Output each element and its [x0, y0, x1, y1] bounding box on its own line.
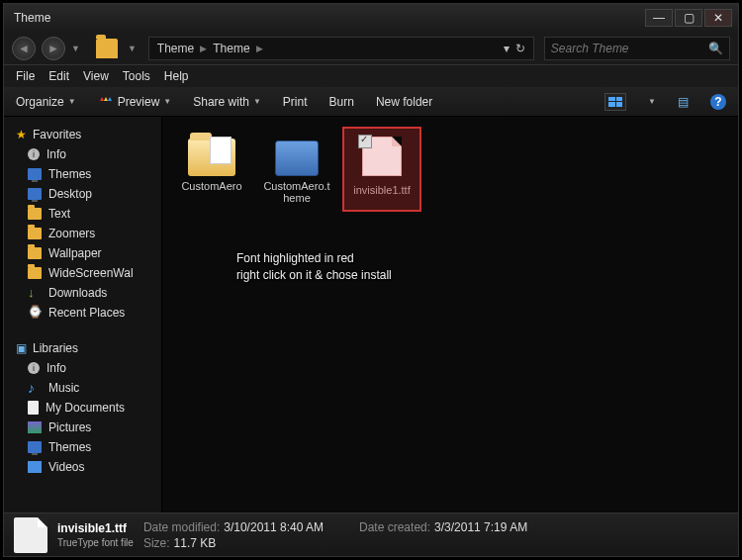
window-title: Theme	[14, 11, 50, 25]
favorites-header[interactable]: ★ Favorites	[4, 125, 161, 144]
burn-button[interactable]: Burn	[329, 95, 354, 109]
sidebar-item-pictures[interactable]: Pictures	[4, 418, 161, 437]
window-controls: — ▢ ✕	[645, 9, 732, 27]
file-list[interactable]: CustomAero CustomAero.theme invisible1.t…	[162, 117, 738, 513]
search-icon[interactable]: 🔍	[708, 42, 723, 55]
refresh-icon[interactable]: ↻	[515, 42, 525, 55]
info-icon: i	[28, 148, 40, 160]
modified-value: 3/10/2011 8:40 AM	[224, 520, 324, 534]
navigation-pane: ★ Favorites iInfo Themes Desktop Text Zo…	[4, 117, 162, 513]
libraries-icon: ▣	[16, 341, 27, 355]
menu-file[interactable]: File	[16, 69, 35, 83]
created-value: 3/3/2011 7:19 AM	[434, 520, 527, 534]
folder-icon	[28, 228, 42, 239]
sidebar-item-zoomers[interactable]: Zoomers	[4, 224, 161, 243]
file-item-folder[interactable]: CustomAero	[174, 129, 249, 210]
menu-bar: File Edit View Tools Help	[4, 65, 738, 87]
music-icon: ♪	[28, 382, 42, 394]
back-button[interactable]: ◄	[12, 37, 36, 60]
close-button[interactable]: ✕	[704, 9, 732, 27]
print-button[interactable]: Print	[283, 95, 308, 109]
sidebar-item-lib-info[interactable]: iInfo	[4, 358, 161, 378]
breadcrumb[interactable]: Theme ▶ Theme ▶ ▾ ↻	[148, 37, 534, 60]
sidebar-item-desktop[interactable]: Desktop	[4, 184, 161, 204]
preview-icon	[98, 96, 114, 108]
folder-icon	[28, 267, 42, 279]
chevron-right-icon[interactable]: ▶	[200, 44, 207, 53]
share-button[interactable]: Share with▼	[193, 95, 261, 109]
folder-icon[interactable]	[96, 39, 118, 58]
search-box[interactable]: 🔍	[544, 37, 730, 60]
pictures-icon	[28, 421, 42, 433]
newfolder-button[interactable]: New folder	[376, 95, 432, 109]
folder-icon	[28, 208, 42, 220]
desktop-icon	[28, 188, 42, 200]
preview-button[interactable]: Preview▼	[98, 95, 172, 109]
menu-view[interactable]: View	[83, 69, 109, 83]
view-options-button[interactable]	[604, 93, 626, 111]
chevron-right-icon[interactable]: ▶	[256, 44, 263, 53]
breadcrumb-item[interactable]: Theme	[213, 42, 249, 55]
breadcrumb-item[interactable]: Theme	[157, 42, 194, 55]
explorer-window: Theme — ▢ ✕ ◄ ► ▼ ▼ Theme ▶ Theme ▶ ▾ ↻ …	[3, 3, 739, 557]
details-filename: invisible1.ttf	[57, 521, 134, 535]
root-dropdown-icon[interactable]: ▼	[128, 44, 137, 53]
sidebar-item-widescreen[interactable]: WideScreenWal	[4, 263, 161, 283]
breadcrumb-dropdown-icon[interactable]: ▾	[504, 42, 510, 55]
minimize-button[interactable]: —	[645, 9, 673, 27]
folder-icon	[28, 247, 42, 259]
sidebar-item-videos[interactable]: Videos	[4, 457, 161, 477]
videos-icon	[28, 461, 42, 473]
size-label: Size:	[143, 536, 170, 550]
file-item-ttf[interactable]: invisible1.ttf	[344, 129, 419, 210]
sidebar-item-recent[interactable]: Recent Places	[4, 303, 161, 323]
search-input[interactable]	[551, 42, 708, 55]
modified-label: Date modified:	[143, 520, 220, 534]
check-icon	[358, 135, 372, 148]
titlebar[interactable]: Theme — ▢ ✕	[4, 4, 738, 32]
sidebar-item-lib-themes[interactable]: Themes	[4, 437, 161, 457]
details-filetype: TrueType font file	[57, 537, 134, 548]
themes-icon	[28, 168, 42, 180]
info-icon: i	[28, 362, 40, 374]
download-icon	[28, 287, 42, 299]
sidebar-item-downloads[interactable]: Downloads	[4, 283, 161, 303]
font-file-icon	[358, 135, 406, 180]
forward-button[interactable]: ►	[42, 37, 65, 60]
menu-help[interactable]: Help	[164, 69, 189, 83]
sidebar-item-text[interactable]: Text	[4, 204, 161, 224]
sidebar-item-music[interactable]: ♪Music	[4, 378, 161, 398]
folder-icon	[188, 139, 235, 176]
details-pane: invisible1.ttf TrueType font file Date m…	[4, 513, 738, 556]
file-item-theme[interactable]: CustomAero.theme	[259, 129, 334, 210]
history-dropdown-icon[interactable]: ▼	[71, 44, 80, 53]
file-thumbnail	[14, 517, 47, 553]
preview-pane-button[interactable]: ▤	[678, 95, 689, 109]
created-label: Date created:	[359, 520, 430, 534]
toolbar: Organize▼ Preview▼ Share with▼ Print Bur…	[4, 87, 738, 117]
menu-tools[interactable]: Tools	[123, 69, 150, 83]
star-icon: ★	[16, 128, 27, 141]
libraries-header[interactable]: ▣ Libraries	[4, 338, 161, 358]
size-value: 11.7 KB	[174, 536, 217, 550]
sidebar-item-info[interactable]: iInfo	[4, 144, 161, 164]
sidebar-item-documents[interactable]: My Documents	[4, 398, 161, 418]
navigation-bar: ◄ ► ▼ ▼ Theme ▶ Theme ▶ ▾ ↻ 🔍	[4, 32, 738, 65]
sidebar-item-wallpaper[interactable]: Wallpaper	[4, 243, 161, 263]
theme-file-icon	[275, 140, 319, 176]
body: ★ Favorites iInfo Themes Desktop Text Zo…	[4, 117, 738, 513]
document-icon	[28, 401, 39, 415]
themes-icon	[28, 441, 42, 453]
maximize-button[interactable]: ▢	[675, 9, 702, 27]
recent-icon	[28, 307, 42, 319]
help-icon[interactable]: ?	[710, 94, 726, 110]
sidebar-item-themes[interactable]: Themes	[4, 164, 161, 184]
organize-button[interactable]: Organize▼	[16, 95, 76, 109]
menu-edit[interactable]: Edit	[48, 69, 69, 83]
view-dropdown-icon[interactable]: ▼	[648, 97, 656, 106]
annotation-text: Font highlighted in red right click on i…	[236, 250, 392, 284]
